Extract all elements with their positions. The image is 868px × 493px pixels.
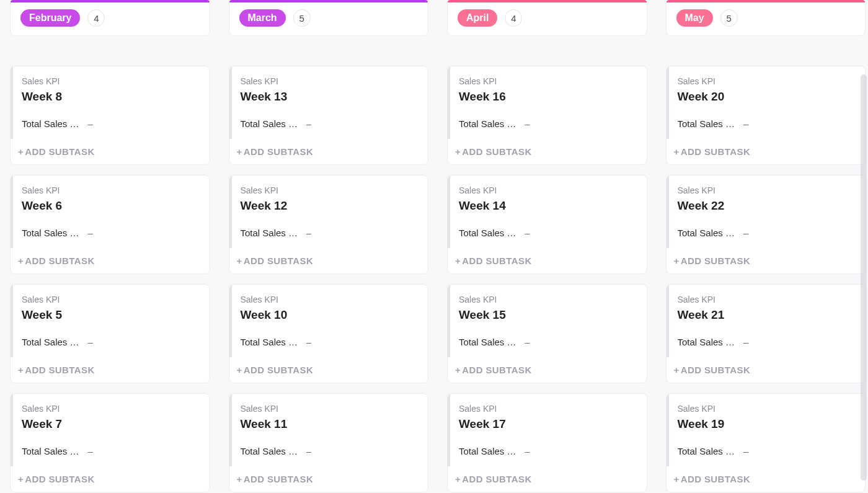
card-category-label: Sales KPI [459,404,637,414]
month-pill[interactable]: April [458,9,497,27]
card-category-label: Sales KPI [22,76,200,86]
card-field-value: – [743,228,748,238]
add-subtask-button[interactable]: +ADD SUBTASK [11,139,210,164]
add-subtask-button[interactable]: +ADD SUBTASK [666,248,866,273]
card-field-name: Total Sales … [241,118,298,129]
card-field-row: Total Sales …– [678,446,856,456]
task-card[interactable]: Sales KPIWeek 7Total Sales …–+ADD SUBTAS… [10,393,210,492]
add-subtask-label: ADD SUBTASK [25,365,94,375]
task-card[interactable]: Sales KPIWeek 19Total Sales …–+ADD SUBTA… [666,393,866,492]
card-field-row: Total Sales …– [459,118,637,129]
task-card[interactable]: Sales KPIWeek 17Total Sales …–+ADD SUBTA… [447,393,647,492]
add-subtask-button[interactable]: +ADD SUBTASK [448,139,647,164]
card-field-row: Total Sales …– [678,118,856,129]
plus-icon: + [18,146,24,157]
plus-icon: + [674,146,680,157]
count-pill: 4 [505,9,522,27]
card-body: Sales KPIWeek 8Total Sales …– [11,66,210,139]
plus-icon: + [674,474,680,484]
add-subtask-button[interactable]: +ADD SUBTASK [229,139,428,164]
kanban-board: February4Sales KPIWeek 8Total Sales …–+A… [10,0,866,492]
card-body: Sales KPIWeek 19Total Sales …– [666,394,866,466]
task-card[interactable]: Sales KPIWeek 5Total Sales …–+ADD SUBTAS… [10,284,210,383]
card-field-value: – [306,446,311,456]
add-subtask-button[interactable]: +ADD SUBTASK [448,357,647,383]
task-card[interactable]: Sales KPIWeek 13Total Sales …–+ADD SUBTA… [229,66,429,165]
card-field-name: Total Sales … [459,446,516,456]
task-card[interactable]: Sales KPIWeek 6Total Sales …–+ADD SUBTAS… [10,175,210,274]
task-card[interactable]: Sales KPIWeek 11Total Sales …–+ADD SUBTA… [229,393,429,492]
card-field-row: Total Sales …– [241,228,418,238]
card-field-name: Total Sales … [241,446,298,456]
card-field-value: – [743,446,748,456]
add-subtask-label: ADD SUBTASK [681,474,750,484]
card-field-name: Total Sales … [22,337,79,347]
cards-list: Sales KPIWeek 20Total Sales …–+ADD SUBTA… [666,66,866,492]
card-body: Sales KPIWeek 12Total Sales …– [229,175,428,248]
add-subtask-button[interactable]: +ADD SUBTASK [229,466,428,492]
add-subtask-button[interactable]: +ADD SUBTASK [448,248,647,273]
add-subtask-label: ADD SUBTASK [25,474,94,484]
add-subtask-button[interactable]: +ADD SUBTASK [11,248,210,273]
card-field-name: Total Sales … [459,118,516,129]
task-card[interactable]: Sales KPIWeek 21Total Sales …–+ADD SUBTA… [666,284,866,383]
card-field-value: – [88,337,93,347]
plus-icon: + [237,255,242,266]
task-card[interactable]: Sales KPIWeek 10Total Sales …–+ADD SUBTA… [229,284,429,383]
vertical-scrollbar[interactable] [861,74,867,481]
column-header: April4 [447,0,647,36]
plus-icon: + [674,255,680,266]
card-title: Week 10 [241,308,418,322]
task-card[interactable]: Sales KPIWeek 20Total Sales …–+ADD SUBTA… [666,66,866,165]
card-category-label: Sales KPI [678,295,856,304]
add-subtask-button[interactable]: +ADD SUBTASK [11,466,210,492]
card-field-row: Total Sales …– [678,337,856,347]
month-pill[interactable]: May [676,9,713,27]
card-field-value: – [88,228,93,238]
card-title: Week 8 [22,90,200,104]
card-body: Sales KPIWeek 22Total Sales …– [666,175,866,248]
card-field-value: – [306,337,311,347]
card-field-row: Total Sales …– [22,446,200,456]
add-subtask-button[interactable]: +ADD SUBTASK [666,466,866,492]
add-subtask-button[interactable]: +ADD SUBTASK [229,248,428,273]
add-subtask-label: ADD SUBTASK [244,365,313,375]
task-card[interactable]: Sales KPIWeek 8Total Sales …–+ADD SUBTAS… [10,66,210,165]
month-pill[interactable]: March [239,9,286,27]
plus-icon: + [455,146,461,157]
add-subtask-button[interactable]: +ADD SUBTASK [229,357,428,383]
card-field-value: – [743,337,748,347]
add-subtask-label: ADD SUBTASK [462,365,531,375]
add-subtask-label: ADD SUBTASK [244,255,313,266]
month-pill[interactable]: February [20,9,80,27]
plus-icon: + [237,474,242,484]
plus-icon: + [455,474,461,484]
task-card[interactable]: Sales KPIWeek 14Total Sales …–+ADD SUBTA… [447,175,647,274]
add-subtask-button[interactable]: +ADD SUBTASK [666,357,866,383]
add-subtask-button[interactable]: +ADD SUBTASK [448,466,647,492]
task-card[interactable]: Sales KPIWeek 15Total Sales …–+ADD SUBTA… [447,284,647,383]
add-subtask-button[interactable]: +ADD SUBTASK [11,357,210,383]
task-card[interactable]: Sales KPIWeek 12Total Sales …–+ADD SUBTA… [229,175,429,274]
card-field-value: – [525,446,530,456]
add-subtask-label: ADD SUBTASK [462,255,531,266]
card-title: Week 14 [459,199,637,213]
card-field-name: Total Sales … [22,228,79,238]
card-title: Week 19 [678,417,856,431]
card-body: Sales KPIWeek 15Total Sales …– [448,285,647,357]
column-april: April4Sales KPIWeek 16Total Sales …–+ADD… [447,0,647,492]
card-category-label: Sales KPI [241,185,418,195]
task-card[interactable]: Sales KPIWeek 16Total Sales …–+ADD SUBTA… [447,66,647,165]
card-title: Week 7 [22,417,200,431]
card-title: Week 20 [678,90,856,104]
plus-icon: + [455,255,461,266]
card-title: Week 12 [241,199,418,213]
card-field-name: Total Sales … [678,337,735,347]
card-field-value: – [88,118,93,129]
card-category-label: Sales KPI [22,404,200,414]
card-field-name: Total Sales … [22,446,79,456]
cards-list: Sales KPIWeek 8Total Sales …–+ADD SUBTAS… [10,66,210,492]
add-subtask-button[interactable]: +ADD SUBTASK [666,139,866,164]
task-card[interactable]: Sales KPIWeek 22Total Sales …–+ADD SUBTA… [666,175,866,274]
card-title: Week 11 [241,417,418,431]
